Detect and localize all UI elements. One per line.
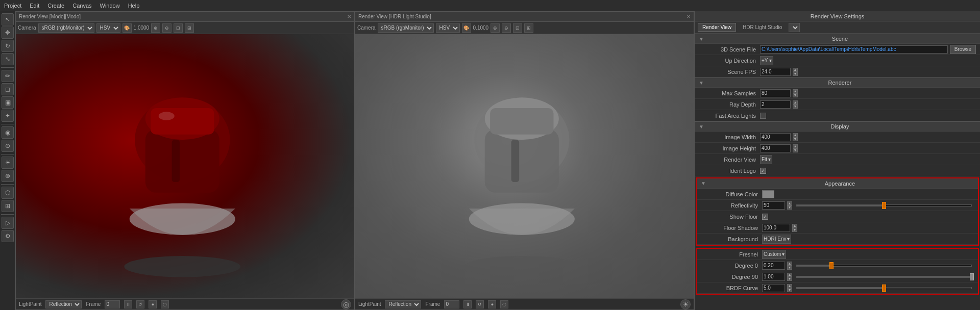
samples-down-btn[interactable]: ▼ [793,93,798,97]
reflectivity-up-btn[interactable]: ▲ [787,201,792,205]
fit-btn-2[interactable]: ⊡ [513,23,522,33]
brdf-curve-thumb[interactable] [882,285,886,292]
toolbar-fill-btn[interactable]: ▣ [2,96,14,109]
fast-area-lights-checkbox[interactable] [760,113,766,119]
dot-btn-1[interactable]: ● [149,300,157,308]
settings-tab-select[interactable] [789,23,800,32]
fps-up-btn[interactable]: ▲ [793,68,798,72]
panel-close-1[interactable]: ✕ [347,14,351,19]
zoom-out-btn-2[interactable]: ⊖ [502,23,511,33]
scene-section-header[interactable]: ▼ Scene [695,34,980,44]
zoom-out-btn-1[interactable]: ⊖ [162,23,172,33]
menu-help[interactable]: Help [128,3,140,9]
rewind-btn-2[interactable]: ↺ [476,300,484,308]
reflectivity-input[interactable] [762,201,785,210]
browse-button[interactable]: Browse [950,45,976,54]
ident-logo-checkbox[interactable]: ✓ [760,168,766,174]
toolbar-paint-btn[interactable]: ✏ [2,70,14,82]
degree-90-down-btn[interactable]: ▼ [787,277,792,281]
menu-edit[interactable]: Edit [30,3,39,9]
brdf-curve-down-btn[interactable]: ▼ [787,288,792,292]
dot2-btn-2[interactable]: ◌ [500,300,508,308]
renderer-section-header[interactable]: ▼ Renderer [695,77,980,88]
color-mode-select-2[interactable]: HSV [436,23,460,33]
fresnel-dropdown[interactable]: Custom ▾ [762,250,786,259]
toolbar-settings-btn[interactable]: ⚙ [2,230,14,242]
reflectivity-thumb[interactable] [882,202,886,209]
depth-down-btn[interactable]: ▼ [793,105,798,109]
degree-0-up-btn[interactable]: ▲ [787,262,792,266]
fit-btn-1[interactable]: ⊡ [174,23,183,33]
grid-btn-1[interactable]: ⊞ [185,23,194,33]
degree-0-down-btn[interactable]: ▼ [787,266,792,270]
dot-btn-2[interactable]: ● [488,300,496,308]
background-dropdown[interactable]: HDRI Env ▾ [762,235,791,244]
render-view-dropdown[interactable]: Fit ▾ [760,155,772,164]
dot2-btn-1[interactable]: ◌ [161,300,169,308]
fps-down-btn[interactable]: ▼ [793,72,798,76]
degree-0-input[interactable] [762,262,785,270]
max-samples-input[interactable] [760,89,791,97]
degree-90-thumb[interactable] [970,273,974,280]
toolbar-scale-btn[interactable]: ⤡ [2,53,14,65]
color-profile-select-1[interactable]: sRGB (rgbMonitor) [38,23,94,33]
floor-shadow-up-btn[interactable]: ▲ [792,224,797,228]
samples-up-btn[interactable]: ▲ [793,89,798,93]
degree-90-slider[interactable] [796,273,972,280]
color-picker-btn-1[interactable]: 🎨 [122,23,132,33]
floor-shadow-input[interactable] [762,224,790,232]
toolbar-light-btn[interactable]: ☀ [2,157,14,169]
up-direction-dropdown[interactable]: +Y ▾ [760,56,773,65]
toolbar-move-btn[interactable]: ✥ [2,27,14,39]
frame-input-2[interactable] [444,300,459,308]
width-up-btn[interactable]: ▲ [793,133,798,137]
degree-0-slider[interactable] [796,262,972,269]
scene-fps-input[interactable] [760,68,791,76]
display-section-header[interactable]: ▼ Display [695,121,980,132]
appearance-section-header[interactable]: ▼ Appearance [697,178,978,189]
frame-input-1[interactable] [105,300,120,308]
channel-select-2[interactable]: Reflection [385,300,421,308]
toolbar-env-btn[interactable]: ⊛ [2,170,14,182]
play-btn-1[interactable]: ⏸ [124,300,132,308]
toolbar-erase-btn[interactable]: ◻ [2,83,14,95]
brdf-curve-up-btn[interactable]: ▲ [787,284,792,288]
degree-90-up-btn[interactable]: ▲ [787,273,792,277]
reflectivity-down-btn[interactable]: ▼ [787,205,792,210]
brdf-curve-slider[interactable] [796,285,972,292]
image-height-input[interactable] [760,144,791,152]
color-picker-btn-2[interactable]: 🎨 [462,23,471,33]
toolbar-grid-btn[interactable]: ⊞ [2,200,14,212]
width-down-btn[interactable]: ▼ [793,137,798,141]
height-up-btn[interactable]: ▲ [793,144,798,148]
floor-shadow-down-btn[interactable]: ▼ [792,228,797,232]
depth-up-btn[interactable]: ▲ [793,100,798,105]
height-down-btn[interactable]: ▼ [793,148,798,152]
menu-create[interactable]: Create [47,3,64,9]
degree-0-thumb[interactable] [829,262,834,269]
menu-project[interactable]: Project [4,3,21,9]
toolbar-node-btn[interactable]: ⬡ [2,187,14,199]
show-floor-checkbox[interactable]: ✓ [762,214,768,220]
zoom-btn-1[interactable]: ⊕ [151,23,160,33]
corner-btn-2[interactable]: ☀ [680,299,691,309]
scene-file-input[interactable] [760,45,948,54]
play-btn-2[interactable]: ⏸ [463,300,472,308]
ray-depth-input[interactable] [760,100,791,109]
toolbar-eye-btn[interactable]: ◉ [2,126,14,139]
tab-hdr-light-studio[interactable]: HDR Light Studio [738,23,787,32]
toolbar-rotate-btn[interactable]: ↻ [2,40,14,52]
diffuse-color-swatch[interactable] [762,190,774,198]
color-mode-select-1[interactable]: HSV [96,23,120,33]
panel-close-2[interactable]: ✕ [687,14,691,19]
toolbar-render-btn[interactable]: ▷ [2,217,14,229]
toolbar-magic-btn[interactable]: ✦ [2,110,14,122]
toolbar-camera-btn[interactable]: ⊙ [2,140,14,152]
degree-90-input[interactable] [762,273,785,281]
rewind-btn-1[interactable]: ↺ [136,300,144,308]
grid-btn-2[interactable]: ⊞ [524,23,533,33]
corner-btn-1[interactable]: ◎ [341,299,351,309]
channel-select-1[interactable]: Reflection [45,300,82,308]
color-profile-select-2[interactable]: sRGB (rgbMonitor) [378,23,434,33]
reflectivity-slider[interactable] [796,202,972,209]
